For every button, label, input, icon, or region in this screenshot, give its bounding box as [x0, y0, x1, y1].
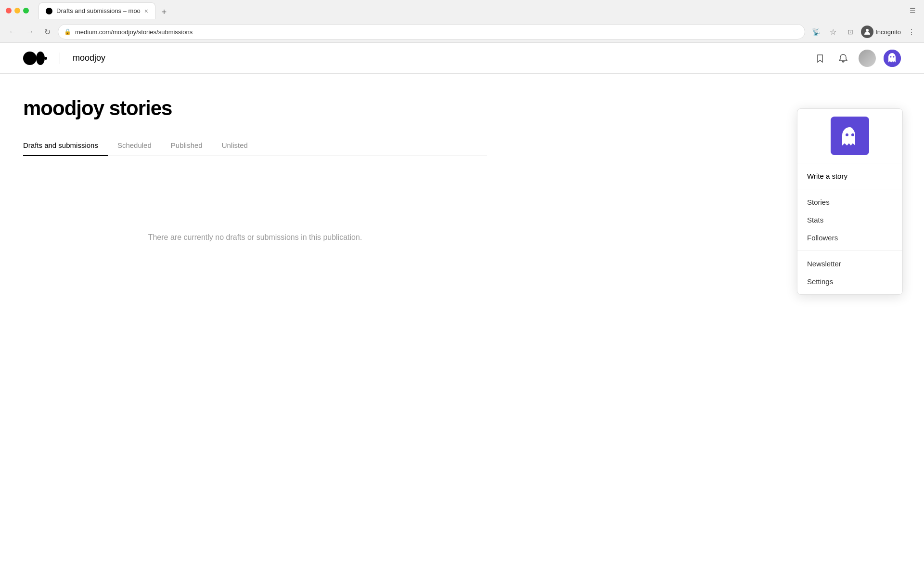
dropdown-settings-section: Newsletter Settings: [797, 251, 902, 294]
user-avatar-button[interactable]: [859, 50, 876, 67]
medium-logo[interactable]: [23, 52, 47, 65]
publication-avatar-button[interactable]: [884, 50, 901, 67]
tab-scheduled[interactable]: Scheduled: [108, 135, 161, 156]
page-title: moodjoy stories: [23, 97, 487, 120]
dropdown-ghost-icon: [835, 121, 864, 150]
svg-point-2: [36, 52, 45, 65]
empty-state-text: There are currently no drafts or submiss…: [148, 233, 362, 242]
browser-chrome: Drafts and submissions – moo × + ☰ ← → ↻…: [0, 0, 924, 43]
tab-title: Drafts and submissions – moo: [56, 7, 141, 14]
settings-item[interactable]: Settings: [797, 273, 902, 290]
new-tab-button[interactable]: +: [157, 5, 171, 19]
site-header: moodjoy: [0, 43, 924, 74]
svg-point-0: [866, 29, 869, 32]
incognito-label: Incognito: [875, 28, 901, 36]
browser-titlebar: Drafts and submissions – moo × + ☰: [0, 0, 924, 21]
dropdown-avatar: [831, 117, 869, 155]
cast-icon[interactable]: 📡: [809, 25, 822, 39]
back-button[interactable]: ←: [6, 25, 19, 39]
logo: moodjoy: [23, 52, 105, 65]
svg-point-9: [851, 133, 854, 136]
bookmark-star-icon[interactable]: ☆: [826, 25, 840, 39]
account-icon[interactable]: [861, 26, 873, 38]
tab-bar: Drafts and submissions – moo × +: [38, 2, 171, 19]
svg-point-5: [890, 56, 892, 57]
write-story-item[interactable]: Write a story: [797, 167, 902, 185]
incognito-badge: Incognito: [861, 26, 901, 38]
main-content: moodjoy stories Drafts and submissions S…: [0, 74, 510, 323]
minimize-button[interactable]: [14, 8, 20, 13]
header-right: [812, 50, 901, 67]
svg-point-1: [23, 52, 37, 65]
svg-point-3: [44, 57, 47, 60]
medium-logo-svg: [23, 52, 47, 65]
maximize-button[interactable]: [23, 8, 29, 13]
newsletter-item[interactable]: Newsletter: [797, 255, 902, 273]
bookmark-icon-button[interactable]: [812, 51, 828, 66]
stats-item[interactable]: Stats: [797, 211, 902, 229]
tab-drafts-submissions[interactable]: Drafts and submissions: [23, 135, 108, 156]
dropdown-stories-section: Stories Stats Followers: [797, 189, 902, 251]
dropdown-write-section: Write a story: [797, 163, 902, 189]
svg-point-8: [846, 133, 848, 136]
bell-icon-button[interactable]: [835, 51, 851, 66]
tabs-bar: Drafts and submissions Scheduled Publish…: [23, 135, 487, 156]
lock-icon: 🔒: [64, 28, 71, 35]
active-tab[interactable]: Drafts and submissions – moo ×: [38, 2, 155, 19]
window-menu-icon[interactable]: ☰: [907, 5, 918, 16]
tab-close-button[interactable]: ×: [144, 7, 148, 15]
page-content: moodjoy: [0, 43, 924, 578]
menu-button[interactable]: ⋮: [905, 25, 918, 39]
stories-item[interactable]: Stories: [797, 193, 902, 211]
logo-separator: [60, 53, 60, 64]
address-bar[interactable]: 🔒 medium.com/moodjoy/stories/submissions: [58, 24, 805, 39]
forward-button[interactable]: →: [23, 25, 37, 39]
reload-button[interactable]: ↻: [40, 25, 54, 39]
dropdown-menu: Write a story Stories Stats Followers Ne…: [797, 108, 903, 295]
followers-item[interactable]: Followers: [797, 229, 902, 247]
window-controls: [6, 8, 29, 13]
publication-name: moodjoy: [73, 53, 105, 63]
split-view-icon[interactable]: ⊡: [844, 25, 857, 39]
tab-unlisted[interactable]: Unlisted: [212, 135, 257, 156]
empty-state: There are currently no drafts or submiss…: [23, 175, 487, 300]
tab-favicon: [46, 8, 52, 14]
url-text: medium.com/moodjoy/stories/submissions: [75, 28, 799, 36]
pub-avatar-ghost-icon: [884, 50, 901, 67]
dropdown-header: [797, 109, 902, 163]
tab-published[interactable]: Published: [161, 135, 212, 156]
svg-point-6: [893, 56, 895, 57]
close-button[interactable]: [6, 8, 12, 13]
toolbar-right: 📡 ☆ ⊡ Incognito ⋮: [809, 25, 918, 39]
browser-toolbar: ← → ↻ 🔒 medium.com/moodjoy/stories/submi…: [0, 21, 924, 42]
